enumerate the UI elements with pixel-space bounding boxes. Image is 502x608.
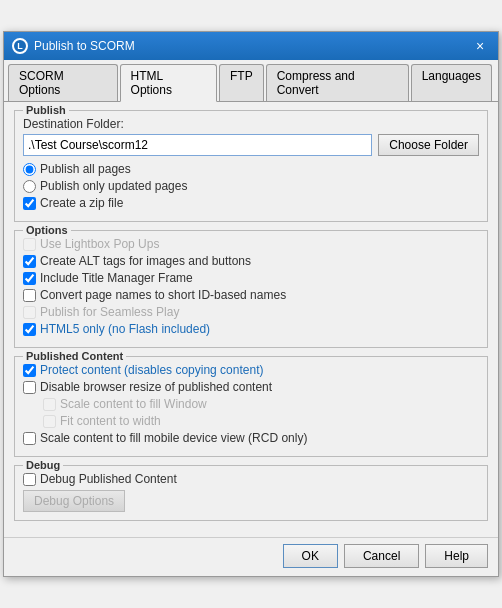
- fit-width-row: Fit content to width: [43, 414, 479, 428]
- destination-label: Destination Folder:: [23, 117, 479, 131]
- disable-resize-checkbox[interactable]: [23, 381, 36, 394]
- html5-only-label: HTML5 only (no Flash included): [40, 322, 210, 336]
- publish-section: Publish Destination Folder: Choose Folde…: [14, 110, 488, 222]
- html5-only-row: HTML5 only (no Flash included): [23, 322, 479, 336]
- tab-ftp[interactable]: FTP: [219, 64, 264, 101]
- main-window: L Publish to SCORM × SCORM Options HTML …: [3, 31, 499, 577]
- window-title: Publish to SCORM: [34, 39, 135, 53]
- create-zip-checkbox[interactable]: [23, 197, 36, 210]
- convert-page-names-label: Convert page names to short ID-based nam…: [40, 288, 286, 302]
- debug-content-row: Debug Published Content: [23, 472, 479, 486]
- fit-width-label: Fit content to width: [60, 414, 161, 428]
- publish-seamless-checkbox[interactable]: [23, 306, 36, 319]
- protect-label: Protect content (disables copying conten…: [40, 363, 263, 377]
- published-content-section: Published Content Protect content (disab…: [14, 356, 488, 457]
- protect-checkbox[interactable]: [23, 364, 36, 377]
- publish-seamless-label: Publish for Seamless Play: [40, 305, 179, 319]
- title-bar: L Publish to SCORM ×: [4, 32, 498, 60]
- debug-section: Debug Debug Published Content Debug Opti…: [14, 465, 488, 521]
- options-section-title: Options: [23, 224, 71, 236]
- disable-resize-label: Disable browser resize of published cont…: [40, 380, 272, 394]
- debug-options-button[interactable]: Debug Options: [23, 490, 125, 512]
- use-lightbox-row: Use Lightbox Pop Ups: [23, 237, 479, 251]
- debug-section-title: Debug: [23, 459, 63, 471]
- debug-content-checkbox[interactable]: [23, 473, 36, 486]
- publish-updated-label: Publish only updated pages: [40, 179, 187, 193]
- protect-row: Protect content (disables copying conten…: [23, 363, 479, 377]
- scale-mobile-label: Scale content to fill mobile device view…: [40, 431, 307, 445]
- include-title-checkbox[interactable]: [23, 272, 36, 285]
- choose-folder-button[interactable]: Choose Folder: [378, 134, 479, 156]
- bottom-bar: OK Cancel Help: [4, 537, 498, 576]
- publish-seamless-row: Publish for Seamless Play: [23, 305, 479, 319]
- debug-content-label: Debug Published Content: [40, 472, 177, 486]
- publish-section-title: Publish: [23, 104, 69, 116]
- use-lightbox-label: Use Lightbox Pop Ups: [40, 237, 159, 251]
- tab-languages[interactable]: Languages: [411, 64, 492, 101]
- destination-row: Choose Folder: [23, 134, 479, 156]
- create-alt-checkbox[interactable]: [23, 255, 36, 268]
- cancel-button[interactable]: Cancel: [344, 544, 419, 568]
- tab-content: Publish Destination Folder: Choose Folde…: [4, 102, 498, 537]
- create-zip-label: Create a zip file: [40, 196, 123, 210]
- tab-html-options[interactable]: HTML Options: [120, 64, 217, 102]
- convert-page-names-checkbox[interactable]: [23, 289, 36, 302]
- scale-fill-window-checkbox[interactable]: [43, 398, 56, 411]
- scale-fill-window-label: Scale content to fill Window: [60, 397, 207, 411]
- scale-fill-window-row: Scale content to fill Window: [43, 397, 479, 411]
- use-lightbox-checkbox[interactable]: [23, 238, 36, 251]
- scale-mobile-row: Scale content to fill mobile device view…: [23, 431, 479, 445]
- options-section: Options Use Lightbox Pop Ups Create ALT …: [14, 230, 488, 348]
- publish-updated-radio[interactable]: [23, 180, 36, 193]
- tab-scorm-options[interactable]: SCORM Options: [8, 64, 118, 101]
- tab-bar: SCORM Options HTML Options FTP Compress …: [4, 60, 498, 102]
- publish-all-radio[interactable]: [23, 163, 36, 176]
- create-zip-row: Create a zip file: [23, 196, 479, 210]
- help-button[interactable]: Help: [425, 544, 488, 568]
- publish-all-label: Publish all pages: [40, 162, 131, 176]
- include-title-row: Include Title Manager Frame: [23, 271, 479, 285]
- ok-button[interactable]: OK: [283, 544, 338, 568]
- fit-width-checkbox[interactable]: [43, 415, 56, 428]
- create-alt-row: Create ALT tags for images and buttons: [23, 254, 479, 268]
- destination-input[interactable]: [23, 134, 372, 156]
- published-content-title: Published Content: [23, 350, 126, 362]
- publish-all-row: Publish all pages: [23, 162, 479, 176]
- tab-compress-convert[interactable]: Compress and Convert: [266, 64, 409, 101]
- scale-mobile-checkbox[interactable]: [23, 432, 36, 445]
- create-alt-label: Create ALT tags for images and buttons: [40, 254, 251, 268]
- include-title-label: Include Title Manager Frame: [40, 271, 193, 285]
- disable-resize-row: Disable browser resize of published cont…: [23, 380, 479, 394]
- convert-page-names-row: Convert page names to short ID-based nam…: [23, 288, 479, 302]
- publish-updated-row: Publish only updated pages: [23, 179, 479, 193]
- app-icon: L: [12, 38, 28, 54]
- close-button[interactable]: ×: [470, 36, 490, 56]
- title-bar-left: L Publish to SCORM: [12, 38, 135, 54]
- html5-only-checkbox[interactable]: [23, 323, 36, 336]
